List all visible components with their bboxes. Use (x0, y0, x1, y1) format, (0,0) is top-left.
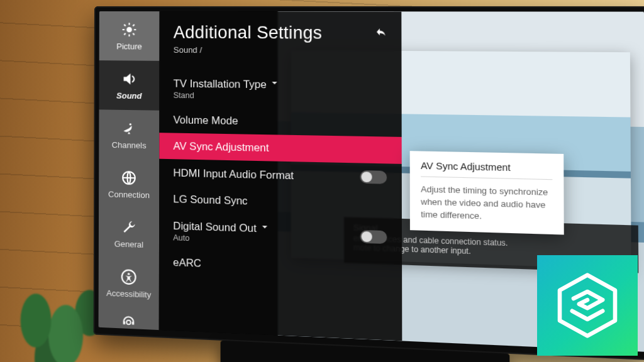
sidebar-item-sound[interactable]: Sound (99, 60, 159, 111)
svg-marker-14 (560, 275, 615, 336)
item-label: Volume Mode (174, 114, 238, 127)
headset-icon (119, 312, 138, 329)
tooltip-body: Adjust the timing to synchronize when th… (421, 184, 553, 224)
breadcrumb: Sound / (160, 43, 402, 63)
watermark-logo (537, 255, 638, 356)
sidebar-item-label: Accessibility (106, 288, 151, 299)
item-volume-mode[interactable]: Volume Mode (159, 107, 401, 137)
svg-point-13 (126, 320, 131, 324)
sidebar-item-label: General (114, 239, 143, 250)
sidebar-item-general[interactable]: General (99, 208, 159, 260)
sidebar-item-connection[interactable]: Connection (99, 159, 159, 210)
toggle-digital-sound-out[interactable] (360, 230, 387, 244)
settings-category-sidebar: Picture Sound Channels (99, 11, 160, 330)
tooltip-title: AV Sync Adjustment (421, 160, 552, 173)
settings-list: TV Installation Type Stand Volume Mode A… (159, 70, 402, 284)
item-label: AV Sync Adjustment (173, 140, 269, 154)
sidebar-item-label: Connection (108, 189, 150, 200)
settings-panel: Additional Settings Sound / TV Installat… (159, 11, 402, 341)
watermark-hex-icon (553, 271, 622, 340)
panel-title: Additional Settings (160, 23, 402, 43)
speaker-icon (119, 70, 138, 87)
item-label: LG Sound Sync (173, 193, 247, 207)
toggle-hdmi-audio[interactable] (360, 170, 387, 184)
back-button[interactable] (372, 23, 391, 41)
accessibility-icon (119, 268, 138, 285)
svg-line-5 (124, 24, 125, 25)
item-value: Auto (173, 233, 270, 245)
satellite-icon (119, 119, 138, 136)
back-arrow-icon (375, 26, 387, 38)
wrench-icon (119, 219, 138, 236)
sidebar-item-label: Picture (116, 41, 142, 51)
tooltip-divider (421, 176, 552, 180)
chevron-down-icon (269, 79, 280, 90)
sidebar-item-accessibility[interactable]: Accessibility (99, 258, 159, 310)
globe-icon (119, 169, 138, 186)
svg-point-9 (130, 123, 131, 125)
svg-line-8 (133, 25, 134, 26)
svg-line-6 (133, 33, 134, 35)
svg-line-7 (124, 33, 125, 35)
sidebar-item-picture[interactable]: Picture (99, 11, 160, 61)
item-label: eARC (173, 256, 201, 270)
sidebar-item-label: Sound (116, 90, 142, 101)
svg-point-0 (126, 26, 132, 32)
chevron-down-icon (260, 222, 270, 234)
svg-point-12 (128, 273, 130, 275)
item-value: Stand (174, 91, 280, 101)
sidebar-item-channels[interactable]: Channels (99, 109, 159, 160)
item-tv-installation-type[interactable]: TV Installation Type Stand (159, 70, 401, 110)
sidebar-item-label: Channels (112, 140, 147, 150)
sun-icon (120, 21, 139, 38)
item-label: HDMI Input Audio Format (173, 167, 294, 182)
help-tooltip: AV Sync Adjustment Adjust the timing to … (410, 151, 564, 234)
item-label: Digital Sound Out (173, 220, 257, 234)
item-label: TV Installation Type (174, 77, 267, 90)
